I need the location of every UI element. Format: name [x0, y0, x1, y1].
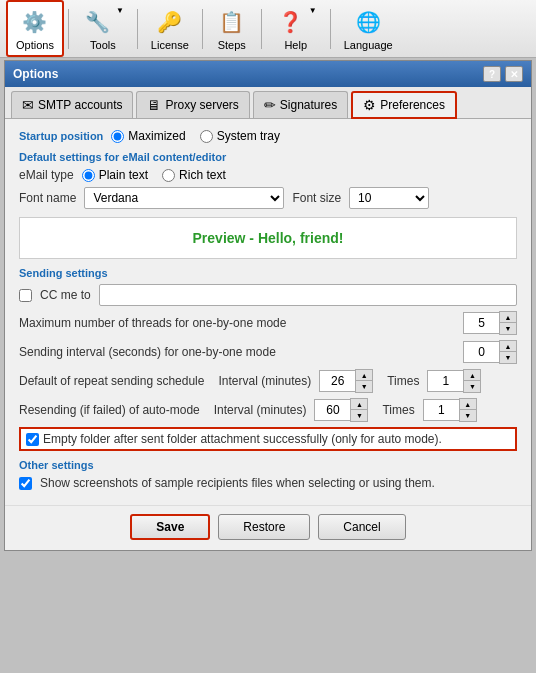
sending-interval-up[interactable]: ▲	[500, 341, 516, 352]
cc-checkbox[interactable]	[19, 289, 32, 302]
email-type-rich-radio[interactable]	[162, 169, 175, 182]
cancel-button[interactable]: Cancel	[318, 514, 405, 540]
screenshots-checkbox[interactable]	[19, 477, 32, 490]
startup-systemtray-label: System tray	[217, 129, 280, 143]
default-settings-label: Default settings for eMail content/edito…	[19, 151, 517, 163]
sending-interval-label: Sending interval (seconds) for one-by-on…	[19, 345, 455, 359]
startup-label: Startup position	[19, 130, 103, 142]
other-section-label: Other settings	[19, 459, 517, 471]
email-type-rich[interactable]: Rich text	[162, 168, 226, 182]
font-row: Font name Verdana Font size 10	[19, 187, 517, 209]
max-threads-row: Maximum number of threads for one-by-one…	[19, 311, 517, 335]
toolbar-options[interactable]: ⚙️ Options	[6, 0, 64, 57]
tab-smtp[interactable]: ✉ SMTP accounts	[11, 91, 133, 118]
resending-interval-down[interactable]: ▼	[351, 410, 367, 421]
smtp-icon: ✉	[22, 97, 34, 113]
times-down[interactable]: ▼	[464, 381, 480, 392]
proxy-icon: 🖥	[147, 97, 161, 113]
startup-row: Startup position Maximized System tray	[19, 129, 517, 143]
email-type-label: eMail type	[19, 168, 74, 182]
save-button[interactable]: Save	[130, 514, 210, 540]
close-button[interactable]: ✕	[505, 66, 523, 82]
sending-interval-spinbox: ▲ ▼	[463, 340, 517, 364]
startup-maximized-radio[interactable]	[111, 130, 124, 143]
sending-interval-down[interactable]: ▼	[500, 352, 516, 363]
max-threads-input[interactable]	[463, 312, 499, 334]
tab-signatures-label: Signatures	[280, 98, 337, 112]
toolbar-steps[interactable]: 📋 Steps	[207, 1, 257, 56]
resending-interval-input[interactable]	[314, 399, 350, 421]
tab-proxy-label: Proxy servers	[165, 98, 238, 112]
resending-label: Resending (if failed) of auto-mode	[19, 403, 200, 417]
resending-interval-up[interactable]: ▲	[351, 399, 367, 410]
startup-systemtray-radio[interactable]	[200, 130, 213, 143]
resending-interval-label: Interval (minutes)	[214, 403, 307, 417]
toolbar-help[interactable]: ❓ ▼ Help	[266, 1, 326, 56]
toolbar-license[interactable]: 🔑 License	[142, 1, 198, 56]
empty-folder-checkbox[interactable]	[26, 433, 39, 446]
font-size-select[interactable]: 10	[349, 187, 429, 209]
resending-times-up[interactable]: ▲	[460, 399, 476, 410]
max-threads-up[interactable]: ▲	[500, 312, 516, 323]
font-name-select[interactable]: Verdana	[84, 187, 284, 209]
interval-down[interactable]: ▼	[356, 381, 372, 392]
license-icon: 🔑	[154, 6, 186, 38]
screenshots-row: Show screenshots of sample recipients fi…	[19, 476, 517, 490]
email-type-plain-label: Plain text	[99, 168, 148, 182]
resending-times-input[interactable]	[423, 399, 459, 421]
restore-button[interactable]: Restore	[218, 514, 310, 540]
startup-maximized-label: Maximized	[128, 129, 185, 143]
empty-folder-row: Empty folder after sent folder attachmen…	[19, 427, 517, 451]
startup-radio-group: Maximized System tray	[111, 129, 280, 143]
options-label: Options	[16, 39, 54, 51]
interval-input[interactable]	[319, 370, 355, 392]
email-type-plain-radio[interactable]	[82, 169, 95, 182]
interval-arrows: ▲ ▼	[355, 369, 373, 393]
signatures-icon: ✏	[264, 97, 276, 113]
tabs-bar: ✉ SMTP accounts 🖥 Proxy servers ✏ Signat…	[5, 87, 531, 119]
help-arrow: ▼	[309, 6, 317, 15]
toolbar-sep-3	[202, 9, 203, 49]
cc-label: CC me to	[40, 288, 91, 302]
tab-preferences[interactable]: ⚙ Preferences	[351, 91, 457, 119]
font-size-label: Font size	[292, 191, 341, 205]
email-type-row: eMail type Plain text Rich text	[19, 168, 517, 182]
tab-proxy[interactable]: 🖥 Proxy servers	[136, 91, 249, 118]
titlebar: Options ? ✕	[5, 61, 531, 87]
sending-interval-input[interactable]	[463, 341, 499, 363]
times-arrows: ▲ ▼	[463, 369, 481, 393]
preferences-content: Startup position Maximized System tray D…	[5, 119, 531, 505]
help-button[interactable]: ?	[483, 66, 501, 82]
max-threads-down[interactable]: ▼	[500, 323, 516, 334]
screenshots-label: Show screenshots of sample recipients fi…	[40, 476, 435, 490]
preview-box: Preview - Hello, friend!	[19, 217, 517, 259]
toolbar-tools[interactable]: 🔧 ▼ Tools	[73, 1, 133, 56]
email-type-plain[interactable]: Plain text	[82, 168, 148, 182]
startup-maximized[interactable]: Maximized	[111, 129, 185, 143]
max-threads-label: Maximum number of threads for one-by-one…	[19, 316, 455, 330]
tab-smtp-label: SMTP accounts	[38, 98, 122, 112]
toolbar-sep-4	[261, 9, 262, 49]
help-icon: ❓	[275, 6, 307, 38]
toolbar-language[interactable]: 🌐 Language	[335, 1, 402, 56]
tab-preferences-label: Preferences	[380, 98, 445, 112]
times-input[interactable]	[427, 370, 463, 392]
tools-arrow: ▼	[116, 6, 124, 15]
tab-signatures[interactable]: ✏ Signatures	[253, 91, 348, 118]
cc-input[interactable]	[99, 284, 517, 306]
resending-interval-arrows: ▲ ▼	[350, 398, 368, 422]
interval-up[interactable]: ▲	[356, 370, 372, 381]
startup-systemtray[interactable]: System tray	[200, 129, 280, 143]
resending-times-down[interactable]: ▼	[460, 410, 476, 421]
times-spinbox: ▲ ▼	[427, 369, 481, 393]
email-type-rich-label: Rich text	[179, 168, 226, 182]
times-up[interactable]: ▲	[464, 370, 480, 381]
toolbar: ⚙️ Options 🔧 ▼ Tools 🔑 License 📋 Steps ❓…	[0, 0, 536, 58]
resending-row: Resending (if failed) of auto-mode Inter…	[19, 398, 517, 422]
resending-times-label: Times	[382, 403, 414, 417]
toolbar-sep-5	[330, 9, 331, 49]
options-window: Options ? ✕ ✉ SMTP accounts 🖥 Proxy serv…	[4, 60, 532, 551]
preview-text: Preview - Hello, friend!	[193, 230, 344, 246]
font-name-label: Font name	[19, 191, 76, 205]
empty-folder-label: Empty folder after sent folder attachmen…	[43, 432, 442, 446]
